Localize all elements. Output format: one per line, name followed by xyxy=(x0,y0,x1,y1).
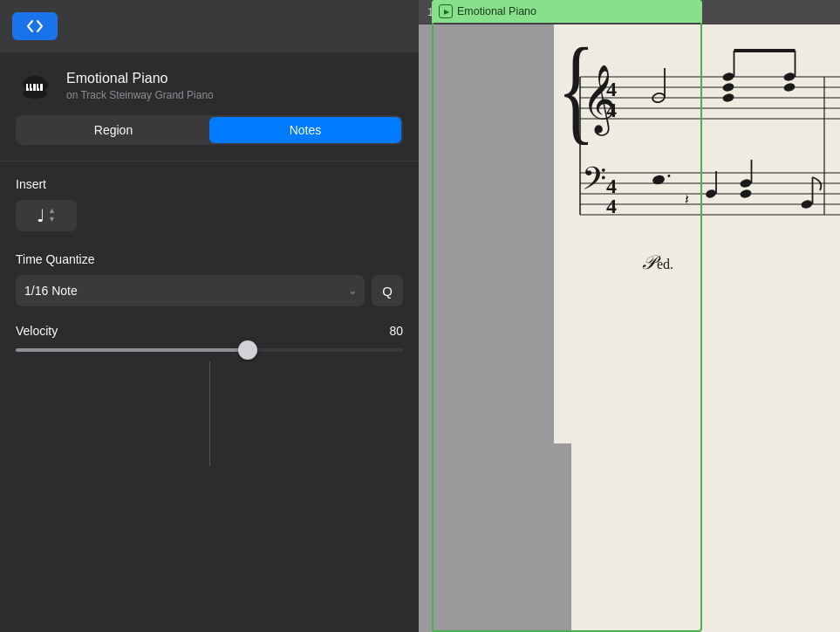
insert-control: ♩ ▲ ▼ xyxy=(16,200,403,231)
slider-vertical-line xyxy=(209,361,210,466)
insert-section: Insert ♩ ▲ ▼ xyxy=(0,161,419,240)
note-icon: ♩ xyxy=(37,205,44,226)
track-info: Emotional Piano on Track Steinway Grand … xyxy=(0,52,419,115)
notes-tab[interactable]: Notes xyxy=(209,117,401,143)
stepper-down-icon[interactable]: ▼ xyxy=(48,216,56,224)
tq-row: 1/64 Note 1/32 Note 1/16 Note 1/8 Note 1… xyxy=(16,275,403,306)
insert-label: Insert xyxy=(16,177,403,191)
quantize-button[interactable]: Q xyxy=(372,275,403,306)
segment-control: Region Notes xyxy=(16,115,403,145)
left-panel: Emotional Piano on Track Steinway Grand … xyxy=(0,0,419,632)
time-quantize-label: Time Quantize xyxy=(16,252,403,266)
notation-title: Emotional Piano xyxy=(457,5,536,17)
right-area: 1 Emotional Piano { 4 4 4 4 xyxy=(419,0,840,632)
notation-region-header: Emotional Piano xyxy=(432,0,702,23)
svg-rect-7 xyxy=(28,84,30,88)
track-title: Emotional Piano xyxy=(66,70,214,86)
track-subtitle: on Track Steinway Grand Piano xyxy=(66,89,214,101)
toolbar xyxy=(0,0,419,52)
time-quantize-section: Time Quantize 1/64 Note 1/32 Note 1/16 N… xyxy=(0,240,419,315)
tq-select-wrap[interactable]: 1/64 Note 1/32 Note 1/16 Note 1/8 Note 1… xyxy=(16,275,365,306)
note-select-button[interactable]: ♩ ▲ ▼ xyxy=(16,200,77,231)
velocity-section: Velocity 80 xyxy=(0,315,419,465)
svg-rect-8 xyxy=(31,84,33,88)
region-tab[interactable]: Region xyxy=(17,117,209,143)
play-icon[interactable] xyxy=(439,4,453,18)
velocity-header: Velocity 80 xyxy=(16,324,403,338)
svg-rect-4 xyxy=(33,84,36,91)
notation-region-border xyxy=(432,0,702,632)
toolbar-toggle-button[interactable] xyxy=(12,12,58,40)
track-text: Emotional Piano on Track Steinway Grand … xyxy=(66,70,214,100)
time-quantize-select[interactable]: 1/64 Note 1/32 Note 1/16 Note 1/8 Note 1… xyxy=(16,275,365,306)
velocity-value: 80 xyxy=(389,324,403,338)
svg-rect-9 xyxy=(38,84,40,88)
velocity-label: Velocity xyxy=(16,324,58,338)
svg-rect-1 xyxy=(25,92,44,96)
stepper-arrows[interactable]: ▲ ▼ xyxy=(48,207,56,224)
svg-rect-6 xyxy=(40,84,43,91)
piano-icon xyxy=(16,66,54,105)
